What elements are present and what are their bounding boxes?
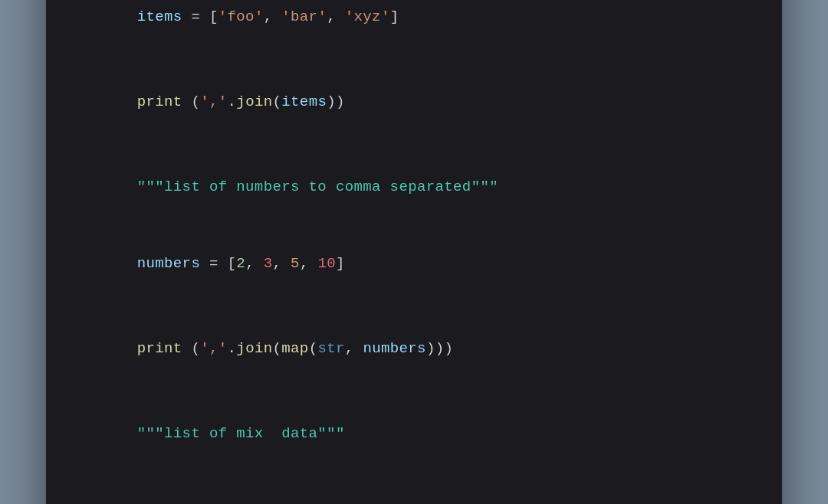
num-10: 10 (317, 255, 336, 272)
code-line-print2: print (','.join(map(str, numbers))) (83, 311, 745, 388)
var-items: items (137, 8, 182, 25)
code-line-data: data = [2, 'hello', 3, 3.4] (83, 473, 745, 504)
code-line-print1: print (','.join(items)) (83, 64, 745, 141)
blank-5 (83, 388, 745, 396)
blank-3 (83, 140, 745, 149)
code-window: """converts list to comma separated stri… (46, 0, 782, 504)
code-line-docstring2: """list of numbers to comma separated""" (83, 149, 745, 226)
code-line-docstring3: """list of mix data""" (83, 396, 745, 473)
num-3: 3 (264, 255, 273, 272)
code-line-numbers: numbers = [2, 3, 5, 10] (83, 226, 745, 303)
docstring2-text: """list of numbers to comma separated""" (137, 178, 498, 195)
func-print1: print (137, 93, 182, 110)
blank-2 (83, 55, 745, 64)
num-2: 2 (236, 255, 245, 272)
docstring3-text: """list of mix data""" (137, 425, 345, 442)
code-line-items: items = ['foo', 'bar', 'xyz'] (83, 0, 745, 55)
blank-4 (83, 302, 745, 310)
code-editor: """converts list to comma separated stri… (46, 0, 782, 504)
num-5: 5 (291, 255, 300, 272)
